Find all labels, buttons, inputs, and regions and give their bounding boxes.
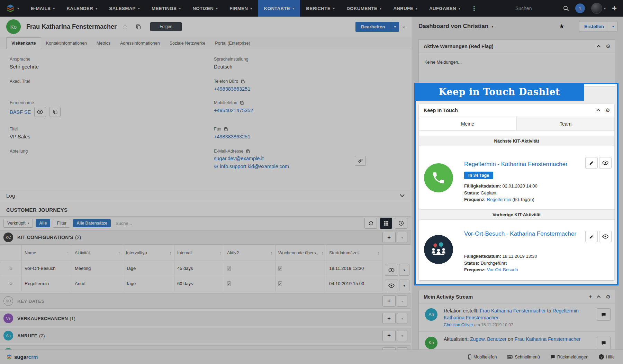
edit-dropdown-caret[interactable]: ▾ bbox=[391, 22, 399, 32]
user-avatar[interactable] bbox=[591, 3, 602, 14]
nav-item-kalender[interactable]: KALENDER▾ bbox=[61, 0, 103, 17]
edit-pencil-icon[interactable] bbox=[585, 231, 598, 242]
quick-create-plus-icon[interactable]: + bbox=[612, 3, 617, 13]
sort-icon[interactable]: ↕ bbox=[219, 251, 222, 255]
collapse-caret-button[interactable]: ▾ bbox=[397, 295, 407, 307]
column-header-wochenende[interactable]: Wochenende übers...↕ bbox=[276, 245, 326, 261]
dashboard-title[interactable]: Dashboard von Christian bbox=[418, 23, 488, 30]
row-actions-caret[interactable]: ▾ bbox=[399, 264, 409, 276]
follow-button[interactable]: Folgen bbox=[150, 22, 182, 31]
sort-icon[interactable]: ↕ bbox=[67, 251, 69, 255]
nav-item-meetings[interactable]: MEETINGS▾ bbox=[146, 0, 187, 17]
copy-icon[interactable] bbox=[49, 107, 61, 117]
create-button[interactable]: Erstellen bbox=[579, 21, 609, 31]
footer-quickmenu-link[interactable]: Schnellmenü bbox=[507, 355, 540, 360]
collapse-chevron-icon[interactable] bbox=[596, 45, 600, 48]
sort-icon[interactable]: ↕ bbox=[378, 251, 380, 255]
footer-help-link[interactable]: ? Hilfe bbox=[599, 354, 615, 360]
row-name-link[interactable]: Vor-Ort-Besuch bbox=[22, 261, 72, 276]
column-header-name[interactable]: Name↕ bbox=[22, 245, 72, 261]
email-secondary-link[interactable]: info.support.kid@example.com bbox=[220, 164, 289, 169]
add-button[interactable]: + bbox=[382, 313, 396, 324]
phone-mobile-link[interactable]: +4954021475352 bbox=[214, 108, 411, 113]
add-button[interactable]: + bbox=[382, 295, 396, 307]
column-header-aktiv[interactable]: Aktiv?↕ bbox=[224, 245, 276, 261]
tab-soziale-netzwerke[interactable]: Soziale Netzwerke bbox=[165, 38, 210, 49]
nav-item-kontakte-active[interactable]: KONTAKTE▾ bbox=[258, 0, 300, 17]
filter-button[interactable]: Filter bbox=[53, 219, 70, 228]
nav-item-emails[interactable]: E-MAILS▾ bbox=[25, 0, 61, 17]
tab-kontaktinformationen[interactable]: Kontaktinformationen bbox=[41, 38, 92, 49]
tab-team[interactable]: Team bbox=[516, 117, 614, 130]
nav-item-dokumente[interactable]: DOKUMENTE▾ bbox=[341, 0, 387, 17]
link-icon[interactable] bbox=[355, 156, 366, 166]
log-section[interactable]: Log bbox=[0, 189, 411, 202]
collapse-caret-button[interactable]: ▾ bbox=[397, 232, 407, 243]
column-header-intervall[interactable]: Intervall↕ bbox=[174, 245, 224, 261]
edit-button[interactable]: Bearbeiten bbox=[355, 22, 391, 32]
edit-split-button[interactable]: Bearbeiten ▾ bbox=[355, 22, 399, 32]
footer-mobile-link[interactable]: Mobiltelefon bbox=[468, 354, 497, 360]
grid-view-icon[interactable] bbox=[380, 218, 392, 229]
add-kit-configuration-button[interactable]: + bbox=[382, 232, 396, 243]
field-link[interactable]: Zugew. Benutzer bbox=[470, 336, 506, 342]
preview-eye-icon[interactable] bbox=[34, 107, 46, 117]
phone-office-link[interactable]: +498383863251 bbox=[214, 86, 411, 92]
nav-item-anrufe[interactable]: ANRUFE▾ bbox=[387, 0, 423, 17]
kit-configurations-header[interactable]: KC KIT CONFIGURATION'S (2) + ▾ bbox=[0, 230, 411, 245]
comment-bubble-icon[interactable] bbox=[597, 337, 611, 349]
gear-icon[interactable]: ⚙ bbox=[606, 107, 610, 113]
nav-item-aufgaben[interactable]: AUFGABEN▾ bbox=[423, 0, 466, 17]
frequency-link[interactable]: Vor-Ort-Besuch bbox=[487, 267, 518, 272]
create-dropdown-caret[interactable]: ▾ bbox=[609, 21, 617, 31]
collapse-chevron-icon[interactable] bbox=[596, 109, 600, 112]
column-header-aktivitaet[interactable]: Aktivität↕ bbox=[72, 245, 123, 261]
add-button[interactable]: + bbox=[382, 330, 396, 341]
frequency-link[interactable]: Regeltermin bbox=[487, 197, 511, 202]
nav-item-salesmap[interactable]: SALESMAP▾ bbox=[103, 0, 146, 17]
nav-item-berichte[interactable]: BERICHTE▾ bbox=[300, 0, 341, 17]
global-search-input[interactable]: Suchen bbox=[515, 6, 557, 11]
row-actions-caret[interactable]: ▾ bbox=[399, 280, 409, 291]
all-records-badge[interactable]: Alle Datensätze bbox=[73, 219, 111, 227]
checkbox-checked[interactable] bbox=[278, 266, 282, 271]
notification-badge[interactable]: 1 bbox=[575, 3, 585, 13]
column-header-startdatum[interactable]: Startdatum/-zeit↕ bbox=[326, 245, 382, 261]
preview-eye-icon[interactable] bbox=[385, 280, 398, 291]
tab-portal-enterprise[interactable]: Portal (Enterprise) bbox=[210, 38, 255, 49]
refresh-icon[interactable] bbox=[364, 218, 377, 229]
nav-item-firmen[interactable]: FIRMEN▾ bbox=[224, 0, 258, 17]
favorite-star-icon[interactable]: ☆ bbox=[0, 261, 22, 276]
next-activity-link[interactable]: Regeltermin - Katharina Fenstermacher bbox=[464, 160, 585, 169]
related-section-anrufe[interactable]: An ANRUFE (2) +▾ bbox=[0, 328, 411, 343]
copy-icon[interactable] bbox=[241, 79, 245, 84]
tab-adressinformationen[interactable]: Adressinformationen bbox=[115, 38, 165, 49]
gear-icon[interactable]: ⚙ bbox=[606, 43, 611, 49]
preview-eye-icon[interactable] bbox=[599, 157, 612, 169]
comment-bubble-icon[interactable] bbox=[597, 308, 611, 321]
sort-icon[interactable]: ↕ bbox=[271, 251, 273, 255]
footer-feedback-link[interactable]: Rückmeldungen bbox=[550, 355, 588, 360]
edit-pencil-icon[interactable] bbox=[585, 157, 598, 169]
history-clock-icon[interactable] bbox=[395, 218, 407, 229]
fax-link[interactable]: +498383863251 bbox=[214, 134, 411, 139]
collapse-caret-button[interactable]: ▾ bbox=[397, 313, 407, 324]
preview-eye-icon[interactable] bbox=[385, 264, 398, 276]
create-split-button[interactable]: Erstellen ▾ bbox=[579, 21, 617, 32]
related-section-key-dates[interactable]: KD KEY DATES +▾ bbox=[0, 293, 411, 309]
record-link[interactable]: Frau Katharina Fenstermacher bbox=[515, 336, 581, 342]
all-badge[interactable]: Alle bbox=[36, 219, 50, 227]
chevron-down-icon[interactable]: ▾ bbox=[491, 25, 493, 28]
collapse-panel-icon[interactable]: » bbox=[403, 24, 405, 30]
favorite-star-icon[interactable]: ☆ bbox=[0, 276, 22, 291]
record-link[interactable]: Frau Katharina Fenstermacher bbox=[480, 308, 546, 313]
more-modules-kebab-icon[interactable]: ⋮ bbox=[466, 0, 482, 17]
tab-visitenkarte[interactable]: Visitenkarte bbox=[6, 37, 41, 49]
checkbox-checked[interactable] bbox=[278, 281, 282, 286]
chevron-down-icon[interactable] bbox=[400, 194, 405, 197]
related-section-verkaufschancen[interactable]: Ve VERKAUFSCHANCEN (1) +▾ bbox=[0, 311, 411, 326]
collapse-chevron-icon[interactable] bbox=[596, 295, 600, 299]
email-primary-link[interactable]: sugar.dev@example.it bbox=[214, 156, 264, 161]
company-link[interactable]: BASF SE bbox=[10, 109, 31, 115]
checkbox-checked[interactable] bbox=[227, 281, 231, 286]
